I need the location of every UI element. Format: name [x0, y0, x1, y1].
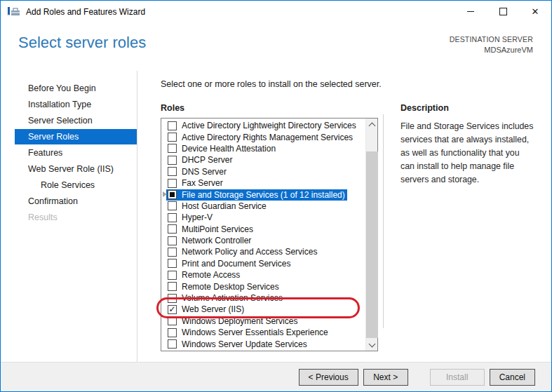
checkbox-unchecked[interactable] [168, 282, 177, 291]
instruction-text: Select one or more roles to install on t… [161, 79, 382, 89]
checkbox-unchecked[interactable] [168, 328, 177, 337]
role-row-remote-access[interactable]: Remote Access [161, 269, 365, 281]
role-row-volume-activation-services[interactable]: Volume Activation Services [161, 292, 365, 304]
checkbox-unchecked[interactable] [168, 133, 177, 142]
role-label: Fax Server [182, 178, 223, 188]
description-text: File and Storage Services includes servi… [400, 120, 535, 187]
sidebar-item-server-selection[interactable]: Server Selection [15, 113, 137, 128]
footer-bar: < PreviousNext >InstallCancel [1, 362, 551, 391]
sidebar-item-role-services[interactable]: Role Services [15, 177, 137, 193]
role-row-active-directory-lightweight-directory-services[interactable]: Active Directory Lightweight Directory S… [161, 120, 365, 131]
role-label: Remote Desktop Services [182, 282, 279, 292]
close-icon: ✕ [532, 7, 539, 16]
wizard-header: Select server roles DESTINATION SERVER M… [1, 22, 551, 71]
checkbox-checked[interactable]: ✓ [168, 305, 177, 314]
roles-listbox: Active Directory Lightweight Directory S… [161, 118, 378, 351]
wizard-body: Before You BeginInstallation TypeServer … [1, 71, 551, 362]
role-row-network-controller[interactable]: Network Controller [161, 235, 365, 246]
sidebar-item-installation-type[interactable]: Installation Type [15, 97, 137, 112]
checkbox-unchecked[interactable] [168, 236, 177, 245]
scroll-up-button[interactable] [366, 119, 378, 130]
sidebar-item-before-you-begin[interactable]: Before You Begin [15, 81, 137, 96]
description-divider [383, 114, 384, 328]
content-pane: Select one or more roles to install on t… [137, 71, 551, 362]
checkbox-indeterminate[interactable] [168, 190, 177, 199]
checkbox-unchecked[interactable] [168, 224, 177, 234]
role-label: DNS Server [182, 167, 227, 177]
maximize-icon [499, 8, 507, 15]
roles-scrollbar[interactable] [365, 119, 377, 351]
checkbox-unchecked[interactable] [168, 259, 177, 268]
wizard-nav: Before You BeginInstallation TypeServer … [1, 71, 137, 362]
checkbox-unchecked[interactable] [168, 213, 177, 222]
expander-icon[interactable] [163, 191, 167, 197]
role-row-active-directory-rights-management-services[interactable]: Active Directory Rights Management Servi… [161, 131, 365, 142]
role-row-windows-server-update-services[interactable]: Windows Server Update Services [161, 338, 365, 349]
sidebar-item-features[interactable]: Features [15, 145, 137, 161]
minimize-button[interactable] [455, 1, 487, 22]
checkbox-unchecked[interactable] [168, 271, 177, 280]
role-label: MultiPoint Services [182, 224, 253, 234]
description-label: Description [400, 103, 449, 113]
role-label: Windows Deployment Services [182, 316, 297, 326]
footer-buttons: < PreviousNext >InstallCancel [294, 369, 535, 386]
chevron-down-icon [369, 340, 376, 347]
previous-button[interactable]: < Previous [299, 369, 358, 386]
sidebar-item-web-server-role-iis[interactable]: Web Server Role (IIS) [15, 161, 137, 177]
title-bar: Add Roles and Features Wizard ✕ [1, 1, 551, 22]
indeterminate-mark [170, 192, 175, 197]
checkbox-unchecked[interactable] [168, 121, 177, 130]
checkmark-icon: ✓ [168, 305, 175, 313]
role-row-remote-desktop-services[interactable]: Remote Desktop Services [161, 281, 365, 292]
role-label: Device Health Attestation [182, 144, 276, 154]
role-row-print-and-document-services[interactable]: Print and Document Services [161, 258, 365, 269]
role-row-host-guardian-service[interactable]: Host Guardian Service [161, 201, 365, 212]
close-button[interactable]: ✕ [519, 1, 551, 22]
checkbox-unchecked[interactable] [168, 144, 177, 153]
role-row-web-server-iis[interactable]: ✓Web Server (IIS) [161, 304, 365, 315]
minimize-icon [467, 11, 474, 12]
cancel-button[interactable]: Cancel [490, 369, 535, 386]
next-button[interactable]: Next > [363, 369, 408, 386]
checkbox-unchecked[interactable] [168, 167, 177, 176]
role-label: Host Guardian Service [182, 201, 267, 211]
role-label: Windows Server Essentials Experience [182, 327, 328, 337]
checkbox-unchecked[interactable] [168, 248, 177, 257]
role-row-multipoint-services[interactable]: MultiPoint Services [161, 224, 365, 235]
chevron-up-icon [369, 122, 376, 129]
checkbox-unchecked[interactable] [168, 339, 177, 349]
checkbox-unchecked[interactable] [168, 316, 177, 325]
role-label: Print and Document Services [182, 259, 290, 269]
sidebar-item-results: Results [15, 210, 137, 225]
role-label: Windows Server Update Services [182, 339, 307, 349]
role-row-dns-server[interactable]: DNS Server [161, 166, 365, 177]
role-label: Volume Activation Services [182, 293, 283, 303]
role-row-hyper-v[interactable]: Hyper-V [161, 212, 365, 223]
scroll-down-button[interactable] [366, 339, 378, 351]
sidebar-item-server-roles[interactable]: Server Roles [15, 129, 137, 144]
destination-server-block: DESTINATION SERVER MDSAzureVM [450, 34, 533, 55]
role-row-windows-server-essentials-experience[interactable]: Windows Server Essentials Experience [161, 327, 365, 338]
role-row-fax-server[interactable]: Fax Server [161, 177, 365, 189]
checkbox-unchecked[interactable] [168, 156, 177, 165]
role-label: DHCP Server [182, 155, 232, 165]
destination-server-label: DESTINATION SERVER [450, 34, 533, 45]
role-row-device-health-attestation[interactable]: Device Health Attestation [161, 143, 365, 154]
role-label: Hyper-V [182, 212, 213, 222]
window-title: Add Roles and Features Wizard [26, 7, 455, 17]
maximize-button[interactable] [487, 1, 519, 22]
role-row-dhcp-server[interactable]: DHCP Server [161, 154, 365, 165]
roles-listbox-rows: Active Directory Lightweight Directory S… [161, 120, 365, 350]
checkbox-unchecked[interactable] [168, 294, 177, 303]
role-label: Active Directory Lightweight Directory S… [182, 121, 356, 130]
checkbox-unchecked[interactable] [168, 201, 177, 210]
checkbox-unchecked[interactable] [168, 179, 177, 188]
role-row-file-and-storage-services-1-of-12-installed[interactable]: File and Storage Services (1 of 12 insta… [161, 189, 365, 200]
page-title: Select server roles [18, 34, 146, 52]
install-button[interactable]: Install [430, 369, 485, 386]
role-label: Remote Access [182, 270, 240, 280]
role-row-network-policy-and-access-services[interactable]: Network Policy and Access Services [161, 246, 365, 257]
scrollbar-thumb[interactable] [366, 151, 378, 338]
sidebar-item-confirmation[interactable]: Confirmation [15, 194, 137, 209]
role-row-windows-deployment-services[interactable]: Windows Deployment Services [161, 316, 365, 327]
